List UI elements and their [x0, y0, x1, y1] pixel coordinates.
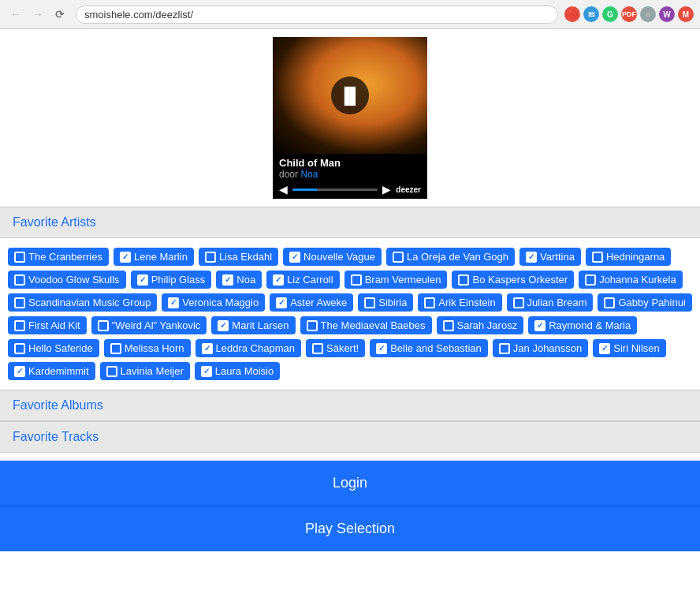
artist-checkbox: [458, 274, 469, 286]
artist-tag[interactable]: La Oreja de Van Gogh: [386, 248, 515, 266]
artist-name: Aster Aweke: [290, 297, 347, 308]
artist-tag[interactable]: Lene Marlin: [114, 248, 194, 266]
artist-name: Marit Larsen: [232, 319, 289, 331]
artist-tag[interactable]: "Weird Al" Yankovic: [91, 316, 207, 334]
login-button[interactable]: Login: [0, 461, 700, 506]
artist-tag[interactable]: Leddra Chapman: [195, 339, 301, 357]
play-selection-button[interactable]: Play Selection: [0, 506, 700, 551]
artist-checkbox: [599, 343, 610, 354]
progress-bar[interactable]: [292, 189, 378, 191]
artist-tag[interactable]: Bo Kaspers Orkester: [452, 271, 574, 289]
artist-tag[interactable]: Philip Glass: [131, 271, 212, 289]
player-title: Child of Man: [279, 157, 421, 169]
artist-tag[interactable]: First Aid Kit: [8, 316, 87, 334]
artist-name: Liz Carroll: [287, 274, 333, 286]
artist-tag[interactable]: Liz Carroll: [266, 271, 340, 289]
artist-checkbox: [513, 297, 524, 308]
artist-tag[interactable]: Aster Aweke: [270, 293, 353, 312]
play-button[interactable]: ▐▌: [331, 77, 369, 114]
artist-name: Hello Saferide: [28, 342, 93, 354]
artist-name: Sarah Jarosz: [457, 319, 518, 331]
artist-name: Siri Nilsen: [613, 342, 660, 354]
artist-name: Belle and Sebastian: [390, 342, 482, 354]
artist-tag[interactable]: The Cranberries: [8, 248, 109, 266]
artist-tag[interactable]: Arik Einstein: [418, 293, 501, 312]
tracks-title: Favorite Tracks: [13, 430, 99, 443]
artist-tag[interactable]: Varttina: [519, 248, 581, 266]
artist-checkbox: [110, 343, 121, 354]
progress-fill: [292, 189, 318, 191]
artist-checkbox: [534, 320, 545, 331]
artist-tag[interactable]: Lavinia Meijer: [100, 362, 190, 380]
artist-tag[interactable]: The Mediaeval Baebes: [300, 316, 432, 334]
artist-tag[interactable]: Veronica Maggio: [162, 293, 265, 312]
reload-button[interactable]: ⟳: [50, 5, 69, 24]
artist-tag[interactable]: Lisa Ekdahl: [199, 248, 278, 266]
artist-checkbox: [307, 320, 318, 331]
artist-checkbox: [592, 252, 603, 263]
artist-name: Kardemimmit: [28, 365, 89, 377]
deezer-logo: deezer: [396, 185, 421, 194]
artist-tag[interactable]: Noa: [216, 271, 262, 289]
mail-icon[interactable]: ✉: [583, 6, 599, 22]
forward-button[interactable]: →: [28, 5, 47, 24]
artist-tag[interactable]: Belle and Sebastian: [370, 339, 488, 357]
player-door-text: door: [279, 169, 298, 180]
artist-tag[interactable]: Voodoo Glow Skulls: [8, 271, 126, 289]
artist-tag[interactable]: Scandinavian Music Group: [8, 293, 157, 312]
artist-name: Noa: [236, 274, 255, 286]
login-section: Login Play Selection: [0, 461, 700, 551]
artist-name: The Mediaeval Baebes: [321, 319, 426, 331]
artists-grid: The CranberriesLene MarlinLisa EkdahlNou…: [8, 248, 692, 380]
artist-name: Nouvelle Vague: [303, 251, 375, 263]
artist-tag[interactable]: Melissa Horn: [104, 339, 191, 357]
browser-toolbar: ← → ⟳ smoishele.com/deezlist/ 🚫 ✉ G PDF …: [0, 0, 700, 29]
artist-checkbox: [14, 366, 25, 377]
artist-tag[interactable]: Sibiria: [358, 293, 413, 312]
artist-tag[interactable]: Jan Johansson: [493, 339, 588, 357]
artist-tag[interactable]: Sarah Jarosz: [437, 316, 524, 334]
artist-checkbox: [273, 274, 284, 286]
player-section: ▐▌ Child of Man door Noa ◀ ▶ deezer: [0, 29, 700, 207]
pdf-icon[interactable]: PDF: [621, 6, 637, 22]
artist-tag[interactable]: Laura Moisio: [195, 362, 280, 380]
artist-tag[interactable]: Johanna Kurkela: [579, 271, 683, 289]
artists-title: Favorite Artists: [13, 215, 96, 229]
artist-tag[interactable]: Julian Bream: [507, 293, 594, 312]
artist-checkbox: [168, 297, 179, 308]
back-button[interactable]: ←: [6, 5, 25, 24]
artist-tag[interactable]: Kardemimmit: [8, 362, 95, 380]
prev-button[interactable]: ◀: [279, 183, 288, 196]
artist-name: "Weird Al" Yankovic: [112, 319, 201, 331]
address-bar[interactable]: smoishele.com/deezlist/: [76, 6, 558, 24]
artist-tag[interactable]: Raymond & Maria: [528, 316, 637, 334]
player-artist-link[interactable]: Noa: [300, 169, 318, 180]
artist-name: Arik Einstein: [438, 297, 495, 308]
artist-name: Hedningarna: [606, 251, 665, 263]
artist-name: Bo Kaspers Orkester: [472, 274, 568, 286]
artist-tag[interactable]: Hedningarna: [586, 248, 671, 266]
artist-name: Laura Moisio: [215, 365, 274, 377]
artist-tag[interactable]: Marit Larsen: [211, 316, 295, 334]
artist-checkbox: [499, 343, 510, 354]
albums-title: Favorite Albums: [13, 398, 103, 412]
green-icon[interactable]: G: [602, 6, 618, 22]
artist-tag[interactable]: Hello Saferide: [8, 339, 99, 357]
w-icon[interactable]: W: [659, 6, 675, 22]
next-button[interactable]: ▶: [382, 183, 391, 196]
artist-checkbox: [14, 274, 25, 286]
artist-tag[interactable]: Gabby Pahinui: [598, 293, 691, 312]
artist-tag[interactable]: Nouvelle Vague: [283, 248, 382, 266]
artist-checkbox: [393, 252, 404, 263]
m-icon[interactable]: M: [678, 6, 694, 22]
circle-icon[interactable]: ○: [640, 6, 656, 22]
artist-tag[interactable]: Siri Nilsen: [593, 339, 666, 357]
adblock-icon[interactable]: 🚫: [564, 6, 580, 22]
browser-icons: 🚫 ✉ G PDF ○ W M: [564, 6, 694, 22]
artists-section: The CranberriesLene MarlinLisa EkdahlNou…: [0, 238, 700, 390]
artist-name: La Oreja de Van Gogh: [407, 251, 508, 263]
artist-checkbox: [312, 343, 323, 354]
artist-tag[interactable]: Säkert!: [306, 339, 365, 357]
artist-checkbox: [526, 252, 537, 263]
artist-tag[interactable]: Bram Vermeulen: [344, 271, 448, 289]
